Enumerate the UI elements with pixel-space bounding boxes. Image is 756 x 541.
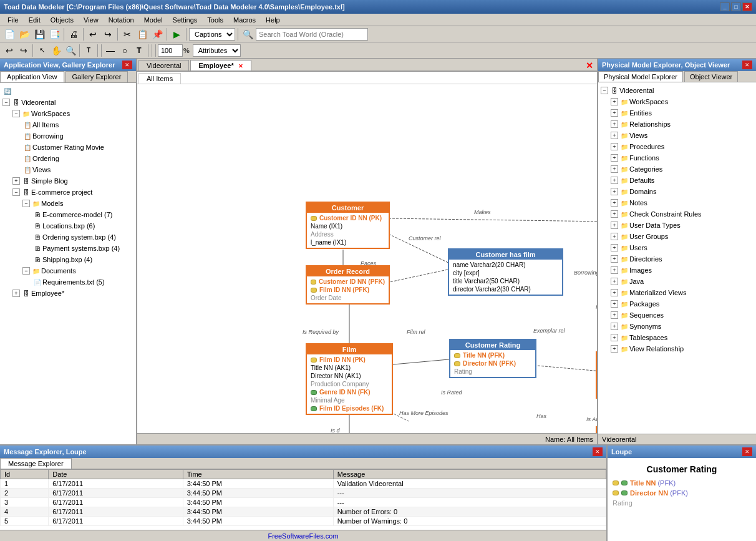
expand-right-domains[interactable]: + [611, 188, 618, 195]
expand-simple-blog[interactable]: + [12, 177, 20, 185]
tab-physical-model[interactable]: Physical Model Explorer [598, 71, 683, 82]
expand-right-relationships[interactable]: + [611, 120, 618, 128]
right-tree-views[interactable]: + 📁 Views [601, 130, 754, 141]
attributes-dropdown[interactable]: Attributes [193, 44, 241, 57]
tree-ordering[interactable]: 📋 Ordering [2, 153, 133, 164]
right-tree-mat-views[interactable]: + 📁 Materialized Views [601, 287, 754, 298]
expand-right-views[interactable]: + [611, 132, 618, 139]
expand-workspaces[interactable]: − [12, 110, 20, 117]
erd-table-customer-has-film[interactable]: Customer has film name Varchar2(20 CHAR)… [448, 248, 563, 296]
right-tree-images[interactable]: + 📁 Images [601, 265, 754, 276]
menu-macros[interactable]: Macros [228, 15, 261, 25]
right-tree-categories[interactable]: + 📁 Categories [601, 163, 754, 175]
tab-message-explorer[interactable]: Message Explorer [0, 458, 72, 469]
tree-ordering-system[interactable]: 🖹 Ordering system.bxp (4) [2, 232, 133, 243]
tab-object-viewer[interactable]: Object Viewer [684, 71, 738, 82]
erd-table-exemplar[interactable]: Exemplar Exemplar ID NN (PK/AK1) Film ID… [596, 351, 597, 399]
right-tree-view-rel[interactable]: + 📁 View Relationship [601, 343, 754, 354]
right-tree-user-groups[interactable]: + 📁 User Groups [601, 231, 754, 242]
menu-model[interactable]: Model [139, 15, 168, 25]
search-button[interactable]: 🔍 [241, 27, 254, 41]
right-tree-synonyms[interactable]: + 📁 Synonyms [601, 321, 754, 332]
expand-right-tablespaces[interactable]: + [611, 334, 618, 341]
right-tree-workspaces[interactable]: + 📁 WorkSpaces [601, 96, 754, 107]
save-button[interactable]: 💾 [32, 27, 46, 41]
expand-right-entities[interactable]: + [611, 109, 618, 117]
tree-customer-rating-movie[interactable]: 📋 Customer Rating Movie [2, 142, 133, 153]
redo-button[interactable]: ↪ [101, 27, 115, 41]
print-button[interactable]: 🖨 [67, 27, 80, 41]
expand-right-directories[interactable]: + [611, 255, 618, 263]
expand-right-users[interactable]: + [611, 244, 618, 251]
expand-right-images[interactable]: + [611, 266, 618, 274]
expand-employee[interactable]: + [12, 290, 20, 297]
tree-views[interactable]: 📋 Views [2, 164, 133, 175]
minimize-button[interactable]: _ [720, 2, 730, 11]
expand-right-defaults[interactable]: + [611, 177, 618, 184]
tree-videorental[interactable]: − 🗄 Videorental [2, 97, 133, 108]
right-tree-directories[interactable]: + 📁 Directories [601, 253, 754, 265]
tab-employee[interactable]: Employee* ✕ [190, 60, 251, 71]
undo-button[interactable]: ↩ [86, 27, 100, 41]
tree-requirements[interactable]: 📄 Requirements.txt (5) [2, 276, 133, 288]
search-input[interactable] [256, 28, 368, 41]
tab-gallery-explorer[interactable]: Gallery Explorer [65, 71, 128, 82]
tree-employee[interactable]: + 🗄 Employee* [2, 288, 133, 299]
tree-simple-blog[interactable]: + 🗄 Simple Blog [2, 175, 133, 187]
pointer-button[interactable]: ↖ [35, 44, 49, 57]
expand-videorental[interactable]: − [2, 99, 10, 106]
expand-right-mat-views[interactable]: + [611, 289, 618, 296]
menu-objects[interactable]: Objects [46, 15, 79, 25]
diagram-canvas[interactable]: Customer rel Makes Paces Film rel Is Rat… [137, 84, 597, 433]
right-tree-users[interactable]: + 📁 Users [601, 242, 754, 253]
expand-right-videorental[interactable]: − [601, 87, 608, 94]
hand-button[interactable]: ✋ [49, 44, 63, 57]
tree-workspaces[interactable]: − 📁 WorkSpaces [2, 108, 133, 119]
expand-models[interactable]: − [22, 200, 30, 207]
tree-borrowing[interactable]: 📋 Borrowing [2, 130, 133, 142]
inner-tab-all-items[interactable]: All Items [138, 73, 181, 84]
expand-right-sequences[interactable]: + [611, 311, 618, 319]
zoom-button[interactable]: 🔍 [64, 44, 77, 57]
right-tree-tablespaces[interactable]: + 📁 Tablespaces [601, 332, 754, 343]
menu-tools[interactable]: Tools [202, 15, 228, 25]
loupe-panel-close[interactable]: ✕ [742, 447, 752, 456]
expand-right-java[interactable]: + [611, 278, 618, 285]
undo2-button[interactable]: ↩ [2, 44, 16, 57]
line-button[interactable]: — [104, 44, 117, 57]
new-button[interactable]: 📄 [2, 27, 16, 41]
erd-table-film[interactable]: Film Film ID NN (PK) Title NN (AK1) Dire… [306, 343, 393, 415]
right-tree-procedures[interactable]: + 📁 Procedures [601, 141, 754, 152]
menu-notation[interactable]: Notation [104, 15, 139, 25]
redo2-button[interactable]: ↪ [17, 44, 31, 57]
tree-models[interactable]: − 📁 Models [2, 198, 133, 209]
menu-settings[interactable]: Settings [168, 15, 203, 25]
expand-right-packages[interactable]: + [611, 300, 618, 308]
right-panel-close[interactable]: ✕ [742, 61, 752, 69]
tree-locations[interactable]: 🖹 Locations.bxp (6) [2, 220, 133, 232]
cut-button[interactable]: ✂ [120, 27, 134, 41]
erd-table-customer-rating[interactable]: Customer Rating Title NN (PFK) Director … [449, 339, 536, 378]
maximize-button[interactable]: □ [731, 2, 741, 11]
expand-right-procedures[interactable]: + [611, 143, 618, 150]
tree-ecommerce-model[interactable]: 🖹 E-commerce-model (7) [2, 209, 133, 220]
right-tree-check[interactable]: + 📁 Check Constraint Rules [601, 208, 754, 220]
ellipse-button[interactable]: ○ [118, 44, 132, 57]
expand-right-notes[interactable]: + [611, 199, 618, 207]
expand-right-user-groups[interactable]: + [611, 233, 618, 240]
erd-table-order[interactable]: Order Record Customer ID NN (PFK) Film I… [306, 265, 390, 305]
close-button[interactable]: ✕ [742, 2, 752, 11]
tree-shipping[interactable]: 🖹 Shipping.bxp (4) [2, 254, 133, 265]
expand-ecommerce[interactable]: − [12, 188, 20, 196]
menu-file[interactable]: File [2, 15, 24, 25]
open-button[interactable]: 📂 [17, 27, 31, 41]
expand-right-workspaces[interactable]: + [611, 98, 618, 105]
caption-dropdown[interactable]: Captions [189, 28, 235, 41]
right-tree-relationships[interactable]: + 📁 Relationships [601, 119, 754, 130]
tab-application-view[interactable]: Application View [0, 71, 64, 82]
expand-right-synonyms[interactable]: + [611, 323, 618, 330]
tree-documents[interactable]: − 📁 Documents [2, 265, 133, 276]
refresh-button[interactable]: 🔄 [2, 85, 133, 97]
table-button[interactable]: T [82, 44, 95, 57]
tree-ecommerce[interactable]: − 🗄 E-commerce project [2, 187, 133, 198]
